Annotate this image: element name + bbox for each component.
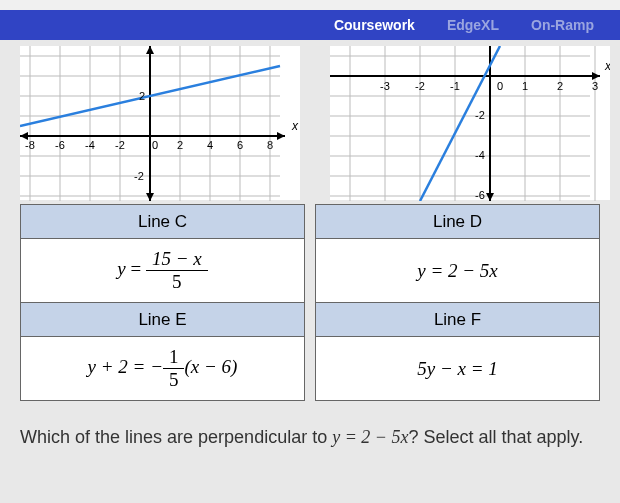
svg-text:1: 1 bbox=[522, 80, 528, 92]
svg-text:8: 8 bbox=[267, 139, 273, 151]
svg-text:0: 0 bbox=[497, 80, 503, 92]
svg-marker-52 bbox=[592, 72, 600, 80]
graph-right: x -3 -2 -1 0 1 2 3 -2 -4 -6 bbox=[330, 46, 610, 200]
svg-text:2: 2 bbox=[177, 139, 183, 151]
axis-label-x: x bbox=[291, 119, 299, 133]
axis-label-x: x bbox=[604, 59, 610, 73]
svg-line-55 bbox=[420, 46, 500, 201]
svg-text:-2: -2 bbox=[475, 109, 485, 121]
svg-marker-21 bbox=[146, 46, 154, 54]
graph-row: x -8 -6 -4 -2 0 2 4 6 8 2 -2 bbox=[20, 40, 600, 200]
line-d-header: Line D bbox=[316, 205, 600, 239]
question-text: Which of the lines are perpendicular to … bbox=[20, 425, 600, 450]
line-e-equation: y + 2 = −15(x − 6) bbox=[21, 337, 305, 401]
svg-text:-2: -2 bbox=[415, 80, 425, 92]
tab-edgexl[interactable]: EdgeXL bbox=[441, 13, 505, 37]
svg-text:-2: -2 bbox=[134, 170, 144, 182]
line-d-equation: y = 2 − 5x bbox=[316, 239, 600, 303]
svg-text:-4: -4 bbox=[475, 149, 485, 161]
line-c-equation: y = 15 − x5 bbox=[21, 239, 305, 303]
svg-text:-8: -8 bbox=[25, 139, 35, 151]
svg-text:-6: -6 bbox=[55, 139, 65, 151]
svg-marker-18 bbox=[277, 132, 285, 140]
svg-text:4: 4 bbox=[207, 139, 213, 151]
line-c-header: Line C bbox=[21, 205, 305, 239]
svg-marker-54 bbox=[486, 193, 494, 201]
equation-tables: Line C y = 15 − x5 Line E y + 2 = −15(x … bbox=[20, 204, 600, 401]
graph-left: x -8 -6 -4 -2 0 2 4 6 8 2 -2 bbox=[20, 46, 300, 200]
header-nav: Coursework EdgeXL On-Ramp bbox=[0, 0, 620, 40]
svg-text:6: 6 bbox=[237, 139, 243, 151]
svg-text:-4: -4 bbox=[85, 139, 95, 151]
svg-text:-2: -2 bbox=[115, 139, 125, 151]
left-table: Line C y = 15 − x5 Line E y + 2 = −15(x … bbox=[20, 204, 305, 401]
content-area: x -8 -6 -4 -2 0 2 4 6 8 2 -2 bbox=[0, 40, 620, 460]
svg-text:-3: -3 bbox=[380, 80, 390, 92]
line-f-equation: 5y − x = 1 bbox=[316, 337, 600, 401]
line-f-header: Line F bbox=[316, 303, 600, 337]
svg-text:2: 2 bbox=[557, 80, 563, 92]
svg-text:3: 3 bbox=[592, 80, 598, 92]
svg-text:-6: -6 bbox=[475, 189, 485, 201]
svg-marker-22 bbox=[146, 193, 154, 201]
svg-text:-1: -1 bbox=[450, 80, 460, 92]
tab-onramp[interactable]: On-Ramp bbox=[525, 13, 600, 37]
svg-text:0: 0 bbox=[152, 139, 158, 151]
svg-text:2: 2 bbox=[139, 90, 145, 102]
tab-coursework[interactable]: Coursework bbox=[328, 13, 421, 37]
right-table: Line D y = 2 − 5x Line F 5y − x = 1 bbox=[315, 204, 600, 401]
line-e-header: Line E bbox=[21, 303, 305, 337]
